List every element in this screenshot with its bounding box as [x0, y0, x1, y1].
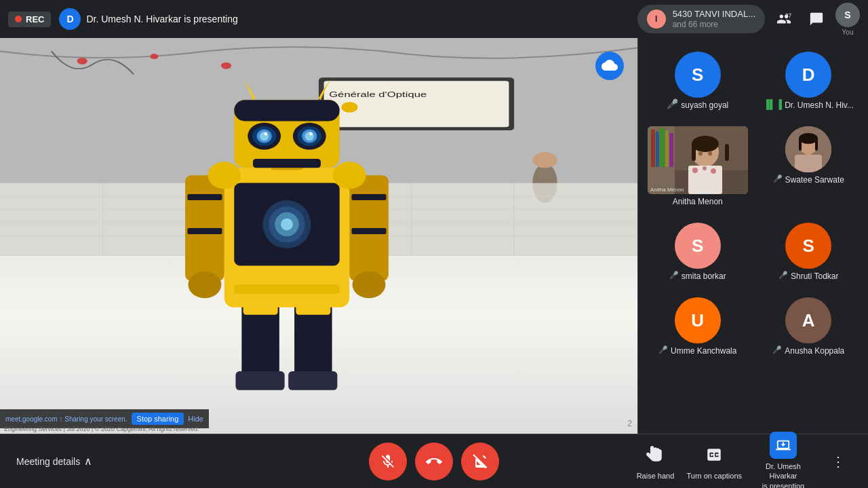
- chat-button[interactable]: [803, 5, 830, 33]
- svg-point-8: [221, 62, 231, 69]
- mute-button[interactable]: [369, 443, 407, 481]
- name-badge-umme: 🎤 Umme Kanchwala: [658, 343, 736, 356]
- svg-point-43: [208, 162, 241, 189]
- captions-label: Turn on captions: [686, 471, 742, 481]
- svg-rect-69: [692, 144, 696, 161]
- rec-label: REC: [26, 14, 44, 24]
- participants-row4: U 🎤 Umme Kanchwala A 🎤 Anusha Koppala: [638, 289, 868, 364]
- svg-rect-64: [660, 128, 665, 167]
- avatar-umme: U: [675, 297, 721, 343]
- top-bar: REC D Dr. Umesh N. Hivarkar is presentin…: [0, 0, 868, 38]
- svg-text:Anitha Menon: Anitha Menon: [650, 187, 684, 193]
- svg-rect-42: [234, 285, 339, 294]
- speaking-icon-dr-umesh: ▐▌▐: [764, 99, 783, 109]
- page-number: 2: [627, 419, 632, 428]
- participants-row3: S 🎤 smita borkar S 🎤 Shruti Todkar: [638, 214, 868, 289]
- raise-hand-icon: [642, 441, 669, 468]
- svg-point-44: [333, 162, 366, 189]
- svg-point-71: [698, 151, 703, 156]
- mute-icon-shruti: 🎤: [778, 271, 788, 280]
- svg-rect-80: [795, 155, 822, 172]
- svg-rect-26: [288, 371, 337, 390]
- top-right-controls: I 5430 TANVI INDAL... and 66 more 77 S Y…: [637, 3, 860, 36]
- share-url: meet.google.com ↑ Sharing your screen.: [5, 415, 127, 423]
- name-badge-suyash: 🎤 suyash goyal: [667, 98, 728, 110]
- meeting-details[interactable]: Meeting details ∧: [16, 455, 92, 468]
- main-content: Générale d'Optique: [0, 38, 868, 434]
- name-anusha: Anusha Koppala: [785, 346, 844, 356]
- svg-point-75: [703, 166, 707, 170]
- svg-rect-25: [235, 371, 284, 390]
- avatar-smita: S: [675, 223, 721, 269]
- participants-video-row: Anitha Menon Anitha Menon: [638, 118, 868, 214]
- name-shruti: Shruti Todkar: [791, 271, 838, 281]
- present-action[interactable]: Dr. Umesh Hivarkaris presenting: [753, 432, 814, 488]
- svg-point-57: [309, 132, 312, 135]
- tanvi-avatar: I: [647, 10, 666, 29]
- captions-icon: [701, 441, 728, 468]
- tanvi-info: 5430 TANVI INDAL... and 66 more: [673, 9, 755, 30]
- right-panel: S 🎤 suyash goyal D ▐▌▐ Dr. Umesh N. Hiv.…: [637, 38, 868, 434]
- stop-sharing-button[interactable]: Stop sharing: [132, 413, 184, 425]
- center-controls: [369, 443, 499, 481]
- svg-point-74: [692, 168, 698, 173]
- tanvi-badge[interactable]: I 5430 TANVI INDAL... and 66 more: [637, 5, 765, 34]
- more-options-button[interactable]: ⋮: [825, 448, 852, 475]
- name-suyash: suyash goyal: [681, 100, 728, 110]
- svg-rect-47: [234, 100, 339, 121]
- participant-dr-umesh: D ▐▌▐ Dr. Umesh N. Hiv...: [755, 46, 863, 115]
- present-label: Dr. Umesh Hivarkaris presenting: [753, 462, 814, 488]
- svg-text:77: 77: [785, 13, 791, 19]
- name-swatee: Swatee Sarwate: [785, 175, 844, 185]
- participants-button[interactable]: 77: [770, 5, 797, 33]
- video-swatee: [785, 126, 831, 172]
- participant-shruti: S 🎤 Shruti Todkar: [755, 217, 863, 286]
- name-badge-shruti: 🎤 Shruti Todkar: [778, 269, 838, 281]
- svg-point-10: [532, 152, 557, 168]
- you-avatar: S: [835, 3, 860, 27]
- svg-rect-65: [665, 130, 669, 167]
- right-controls: Raise hand Turn on captions Dr. Umesh Hi…: [635, 432, 852, 488]
- captions-action[interactable]: Turn on captions: [686, 441, 742, 481]
- you-section: S You: [835, 3, 860, 36]
- copyright-text: Engineering Services | Jul 2020 | © 2020…: [0, 426, 203, 432]
- presentation-area: Générale d'Optique: [0, 38, 637, 434]
- svg-point-7: [150, 54, 158, 59]
- raise-hand-label: Raise hand: [637, 471, 675, 481]
- participant-suyash: S 🎤 suyash goyal: [644, 46, 752, 115]
- svg-point-56: [305, 132, 314, 140]
- avatar-shruti: S: [785, 223, 831, 269]
- svg-rect-70: [725, 144, 729, 161]
- mute-icon-umme: 🎤: [658, 345, 668, 354]
- name-smita: smita borkar: [682, 271, 726, 281]
- svg-rect-32: [351, 228, 386, 234]
- svg-rect-31: [351, 194, 386, 200]
- name-badge-anusha: 🎤 Anusha Koppala: [772, 343, 844, 356]
- svg-point-34: [353, 271, 386, 299]
- svg-point-76: [711, 168, 716, 174]
- raise-hand-action[interactable]: Raise hand: [635, 441, 675, 481]
- name-badge-dr-umesh: ▐▌▐ Dr. Umesh N. Hiv...: [764, 98, 854, 110]
- present-icon: [770, 432, 797, 459]
- svg-rect-28: [349, 176, 389, 281]
- participants-top-row: S 🎤 suyash goyal D ▐▌▐ Dr. Umesh N. Hiv.…: [638, 43, 868, 118]
- hide-button[interactable]: Hide: [188, 415, 203, 423]
- participant-umme: U 🎤 Umme Kanchwala: [644, 292, 752, 361]
- svg-rect-30: [187, 228, 222, 234]
- mute-icon-smita: 🎤: [669, 271, 679, 280]
- avatar-suyash: S: [675, 52, 721, 98]
- svg-point-6: [77, 58, 87, 64]
- video-button[interactable]: [461, 443, 499, 481]
- avatar-dr-umesh: D: [785, 52, 831, 98]
- svg-rect-41: [234, 269, 339, 281]
- participant-smita: S 🎤 smita borkar: [644, 217, 752, 286]
- mute-icon-swatee: 🎤: [773, 174, 783, 183]
- svg-rect-83: [815, 138, 818, 151]
- mute-icon-suyash: 🎤: [667, 98, 678, 109]
- svg-point-40: [281, 219, 293, 231]
- name-badge-swatee: 🎤 Swatee Sarwate: [773, 172, 844, 185]
- presenter-avatar: D: [59, 8, 81, 30]
- video-anitha: Anitha Menon: [648, 126, 748, 194]
- svg-rect-27: [185, 176, 224, 281]
- end-call-button[interactable]: [415, 443, 453, 481]
